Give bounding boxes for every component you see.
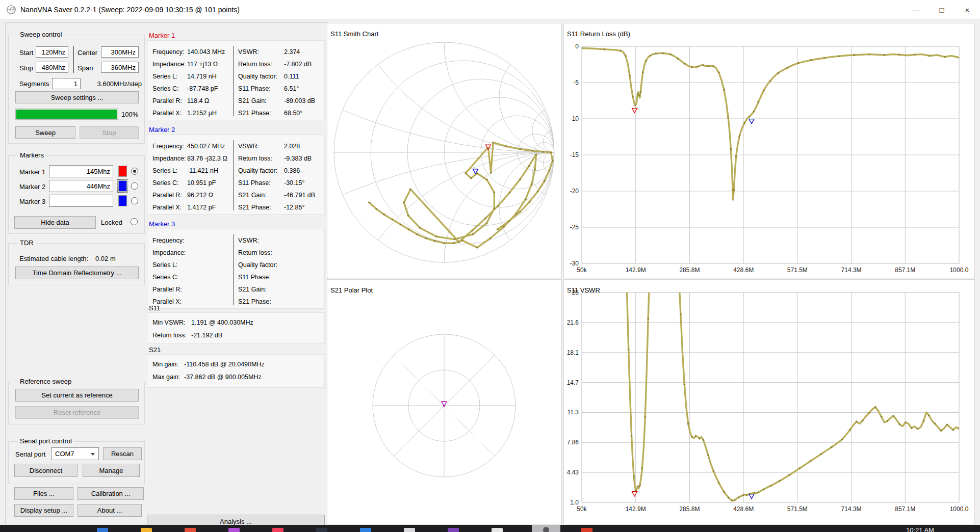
svg-text:-15: -15 [570,151,579,158]
data-row-label: Series L: [152,261,187,269]
window-title: NanoVNA Saver 0.2.2-1 (Sweep: 2022-09-09… [20,0,240,19]
sweep-settings-button[interactable]: Sweep settings ... [15,91,139,103]
manage-button[interactable]: Manage [83,464,140,477]
locked-radio[interactable] [131,218,138,225]
data-row-value: -9.383 dB [284,155,312,162]
svg-text:0: 0 [575,43,579,50]
taskbar-app-3-icon[interactable] [185,528,196,532]
taskbar-app-11-icon[interactable] [581,528,592,532]
titlebar: NanoVNA Saver 0.2.2-1 (Sweep: 2022-09-09… [0,0,980,19]
sweep-button[interactable]: Sweep [15,126,75,139]
data-row: VSWR:2.374 [238,46,324,58]
data-row: Quality factor: [238,259,324,271]
data-row-value: 117 +j13 Ω [187,61,218,68]
data-row: Series C: [152,271,232,283]
data-row: Parallel R:118.4 Ω [152,95,232,107]
taskbar-app-9-icon[interactable] [448,528,459,532]
marker3-color-swatch[interactable] [118,195,127,206]
data-row-label: VSWR: [238,48,284,56]
calibration-button[interactable]: Calibration ... [78,487,144,500]
taskbar-app-7-icon[interactable] [360,528,371,532]
data-row-value: -21.192 dB [191,332,222,339]
marker1-frequency-input[interactable] [49,165,113,177]
taskbar-active-app[interactable] [532,525,560,532]
svg-text:18.1: 18.1 [567,349,579,356]
svg-text:714.3M: 714.3M [841,267,862,274]
disconnect-button[interactable]: Disconnect [14,464,78,477]
center-label: Center [78,49,97,57]
s21-summary-rows: Min gain:-110.458 dB @ 20.0490MHzMax gai… [152,358,321,383]
marker2-radio[interactable] [131,182,138,190]
data-row-label: S11 Phase: [238,274,284,281]
data-row-label: S21 Phase: [238,110,284,117]
svg-text:50k: 50k [577,267,587,274]
markers-group-title: Markers [18,151,46,159]
maximize-button[interactable]: □ [929,0,955,19]
taskbar[interactable]: 10:21 AM [0,525,980,532]
data-row-label: Frequency: [152,237,187,244]
data-row: VSWR:2.028 [238,140,324,152]
stop-input[interactable] [36,62,68,73]
data-row: Quality factor:0.111 [238,70,324,83]
cable-length-label: Estimated cable length: [19,255,88,262]
taskbar-app-4-icon[interactable] [228,528,240,532]
about-button[interactable]: About ... [78,504,142,517]
vswr-chart-svg: 50k142.9M285.8M428.6M571.5M714.3M857.1M1… [564,280,974,524]
taskbar-clock[interactable]: 10:21 AM [906,526,952,532]
data-row-value: 140.043 MHz [187,48,225,56]
taskbar-app-1-icon[interactable] [97,528,108,532]
marker3-panel-divider [233,234,234,305]
segments-input[interactable] [52,78,81,89]
locked-label: Locked [101,219,122,226]
marker3-left-column: Frequency:Impedance:Series L:Series C:Pa… [152,234,232,308]
data-row: Parallel R:96.212 Ω [152,189,232,201]
svg-text:21.6: 21.6 [567,319,579,326]
data-row-label: Series C: [152,274,187,281]
data-row-label: S21 Phase: [238,204,284,211]
marker3-frequency-input[interactable] [49,195,113,207]
marker2-color-swatch[interactable] [118,180,127,192]
marker1-radio[interactable] [131,168,138,175]
span-input[interactable] [101,62,139,73]
taskbar-app-6-icon[interactable] [316,528,327,532]
taskbar-app-2-icon[interactable] [141,528,152,532]
data-row-value: -11.421 nH [187,167,218,174]
marker2-frequency-input[interactable] [49,180,113,192]
tdr-group-title: TDR [18,239,36,247]
chevron-down-icon [91,453,95,456]
data-row-label: Impedance: [152,155,187,162]
data-row-label: Quality factor: [238,167,284,174]
tdr-button[interactable]: Time Domain Reflectometry ... [15,267,139,279]
data-row: Series L:14.719 nH [152,70,232,83]
data-row-value: 6.51° [284,85,299,92]
data-row-value: 1.2152 μH [187,110,217,117]
data-row-label: Frequency: [152,48,187,56]
marker1-left-column: Frequency:140.043 MHzImpedance:117 +j13 … [152,46,232,119]
data-row-label: Return loss: [238,155,284,162]
rescan-button[interactable]: Rescan [103,447,142,460]
marker3-radio[interactable] [131,197,138,204]
taskbar-app-8-icon[interactable] [404,528,415,532]
hide-data-button[interactable]: Hide data [14,216,96,229]
svg-text:1000.0: 1000.0 [950,506,969,513]
taskbar-app-5-icon[interactable] [272,528,283,532]
close-button[interactable]: × [955,0,980,19]
center-input[interactable] [101,46,139,58]
start-input[interactable] [36,46,68,58]
files-button[interactable]: Files ... [14,487,73,500]
taskbar-app-10-icon[interactable] [492,528,503,532]
sweep-progress-bar [15,109,118,120]
minimize-button[interactable]: — [904,0,929,19]
s21-summary-title: S21 [149,346,161,354]
vswr-chart-tile: 50k142.9M285.8M428.6M571.5M714.3M857.1M1… [563,279,975,524]
serial-port-select[interactable]: COM7 [51,447,99,460]
marker1-color-swatch[interactable] [118,166,127,177]
data-row-value: -46.791 dB [284,192,315,199]
data-row: Impedance: [152,247,232,259]
serial-port-value: COM7 [55,450,74,458]
smith-chart-tile: S11 Smith Chart [327,23,562,278]
data-row-label: Parallel R: [152,286,187,293]
display-setup-button[interactable]: Display setup ... [14,504,73,517]
app-icon [6,5,16,15]
set-reference-button[interactable]: Set current as reference [15,389,139,402]
